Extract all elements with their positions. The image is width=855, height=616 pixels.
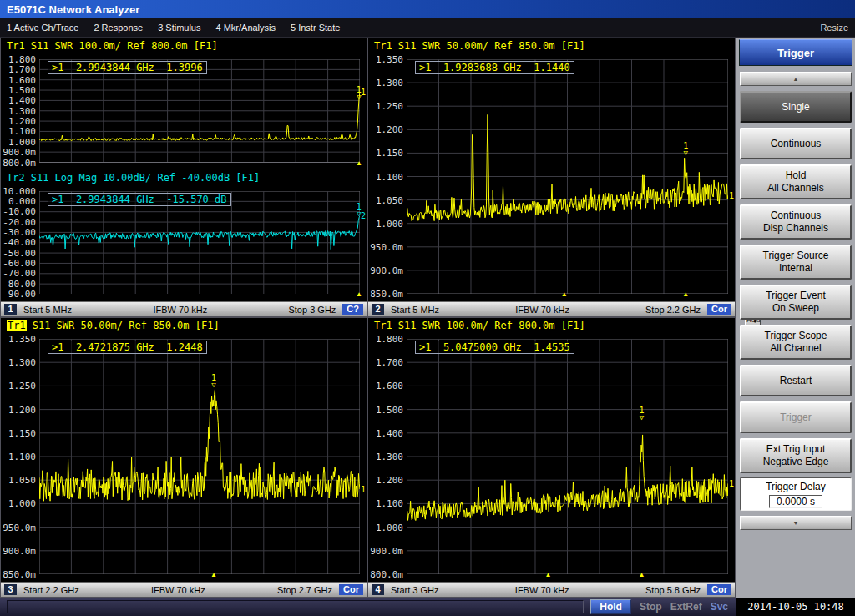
- marker-readout: >1 2.9943844 GHz -15.570 dB: [48, 193, 231, 206]
- trace-name[interactable]: Tr1: [374, 320, 392, 331]
- service-indicator: Svc: [711, 601, 728, 613]
- marker-readout: >1 1.9283688 GHz 1.1440: [415, 61, 574, 74]
- channel-status-bar: 1 Start 5 MHz IFBW 70 kHz Stop 3 GHz C?: [1, 301, 367, 316]
- y-axis-label: 900.0m: [3, 147, 36, 158]
- start-frequency: Start 5 MHz: [391, 305, 439, 315]
- softkey-trigger: Trigger: [740, 401, 852, 433]
- trace-block: Tr2S11 Log Mag 10.00dB/ Ref -40.00dB [F1…: [1, 170, 367, 302]
- marker-axis-indicator: ▲: [561, 291, 568, 298]
- softkey-scroll-up-button[interactable]: ▲: [740, 72, 852, 86]
- trace-plot[interactable]: >1 2.9943844 GHz -15.570 dB 1▽2▲: [39, 191, 360, 295]
- y-axis-label: 1.000: [8, 498, 36, 509]
- stop-frequency: Stop 2.7 GHz: [277, 585, 332, 595]
- y-axis-labels: 1.8001.7001.6001.5001.4001.3001.2001.100…: [368, 339, 407, 574]
- menu-instr-state[interactable]: 5 Instr State: [291, 23, 340, 33]
- softkey-label: Continuous: [771, 138, 822, 150]
- down-arrow-icon: ▼: [793, 520, 799, 526]
- y-axis-label: 1.800: [376, 334, 403, 345]
- y-axis-label: -80.00: [3, 278, 36, 289]
- ifbw-readout: IFBW 70 kHz: [78, 305, 281, 315]
- trace-number-endpoint: 1: [361, 88, 366, 97]
- marker-readout: >1 2.9943844 GHz 1.3996: [48, 61, 207, 74]
- y-axis-label: 1.300: [376, 78, 403, 88]
- marker-axis-indicator: ▲: [356, 291, 362, 298]
- trace-plot[interactable]: >1 2.4721875 GHz 1.2448 1▽1▲: [39, 339, 360, 574]
- softkey-continuous-disp-channels[interactable]: ContinuousDisp Channels: [740, 204, 852, 240]
- marker-axis-indicator: ▲: [638, 572, 645, 578]
- channel-status-bar: 3 Start 2.2 GHz IFBW 70 kHz Stop 2.7 GHz…: [1, 582, 367, 597]
- softkey-trigger-source-internal[interactable]: Trigger SourceInternal: [740, 245, 852, 280]
- y-axis-label: 1.100: [376, 498, 403, 509]
- trace-header: Tr1S11 SWR 50.00m/ Ref 850.0m [F1]: [368, 40, 735, 53]
- y-axis-label: -90.00: [3, 289, 36, 300]
- y-axis-label: 1.500: [376, 404, 403, 415]
- y-axis-label: 800.0m: [370, 569, 403, 580]
- sweep-stop-indicator: Stop: [640, 601, 662, 613]
- y-axis-label: 1.300: [376, 452, 403, 462]
- softkey-value: Internal: [779, 262, 812, 275]
- softkey-menu-title: Trigger: [739, 39, 852, 66]
- softkey-label: Restart: [780, 375, 812, 387]
- menu-response[interactable]: 2 Response: [94, 23, 143, 33]
- y-axis-label: 1.000: [8, 136, 36, 147]
- trace-block: Tr1S11 SWR 100.0m/ Ref 800.0m [F1] 1.800…: [368, 318, 735, 582]
- channel-status-bar: 4 Start 3 GHz IFBW 70 kHz Stop 5.8 GHz C…: [368, 582, 735, 597]
- plot-row: 1.3501.3001.2501.2001.1501.1001.0501.000…: [1, 339, 360, 574]
- y-axis-label: 1.600: [376, 381, 403, 391]
- trace-header: Tr1S11 SWR 50.00m/ Ref 850.0m [F1]: [1, 320, 367, 333]
- menu-resize[interactable]: Resize: [820, 23, 848, 33]
- trace-plot[interactable]: >1 5.0475000 GHz 1.4535 1▽1▲▲: [407, 339, 728, 574]
- cal-status-badge: C?: [342, 304, 363, 315]
- softkey-menu: Trigger ▲ ●HoldSingleContinuousHoldAll C…: [736, 38, 855, 598]
- menu-stimulus[interactable]: 3 Stimulus: [158, 23, 200, 33]
- trace-name[interactable]: Tr1: [374, 40, 392, 52]
- trace-name[interactable]: Tr1: [7, 40, 25, 52]
- softkey-label: Trigger Event: [766, 290, 826, 302]
- y-axis-label: 800.0m: [3, 157, 36, 168]
- softkey-value: All Channel: [770, 342, 821, 355]
- trace-plot[interactable]: >1 1.9283688 GHz 1.1440 1▽1▲▲: [407, 59, 728, 294]
- menu-mkr-analysis[interactable]: 4 Mkr/Analysis: [215, 23, 276, 33]
- channels-grid: Tr1S11 SWR 100.0m/ Ref 800.0m [F1] 1.800…: [0, 38, 736, 598]
- softkey-single[interactable]: Single: [740, 91, 852, 123]
- softkey-hold-all-channels[interactable]: HoldAll Channels: [740, 164, 852, 199]
- softkey-restart[interactable]: Restart: [740, 365, 852, 396]
- title-bar: E5071C Network Analyzer: [0, 0, 855, 18]
- marker-axis-indicator: ▲: [210, 572, 217, 578]
- channel-2-panel: Tr1S11 SWR 50.00m/ Ref 850.0m [F1] 1.350…: [367, 38, 736, 317]
- softkey-continuous[interactable]: Continuous: [740, 128, 852, 159]
- ifbw-readout: IFBW 70 kHz: [445, 585, 639, 595]
- channel-3-panel: Tr1S11 SWR 50.00m/ Ref 850.0m [F1] 1.350…: [0, 317, 367, 598]
- trace-name[interactable]: Tr2: [7, 172, 25, 184]
- y-axis-label: 1.250: [376, 101, 403, 112]
- softkey-label: Ext Trig Input: [766, 443, 826, 456]
- marker-readout: >1 2.4721875 GHz 1.2448: [48, 341, 207, 354]
- plot-row: 1.8001.7001.6001.5001.4001.3001.2001.100…: [1, 59, 360, 163]
- softkey-trigger-event-on-sweep[interactable]: Trigger EventOn Sweep: [740, 285, 852, 320]
- y-axis-label: 900.0m: [370, 545, 403, 556]
- softkey-scroll-down-button[interactable]: ▼: [740, 516, 852, 530]
- softkey-ext-trig-input-negative-edge[interactable]: Ext Trig InputNegative Edge: [740, 438, 852, 473]
- trace-settings: S11 SWR 100.0m/ Ref 800.0m [F1]: [31, 40, 218, 52]
- softkey-trigger-scope-all-channel[interactable]: Trigger ScopeAll Channel: [740, 325, 852, 360]
- trace-settings: S11 Log Mag 10.00dB/ Ref -40.00dB [F1]: [31, 172, 261, 184]
- y-axis-label: 1.050: [376, 194, 403, 205]
- softkey-value: All Channels: [767, 182, 823, 194]
- y-axis-label: 1.700: [376, 357, 403, 368]
- y-axis-label: 1.300: [8, 357, 36, 368]
- y-axis-label: -50.00: [3, 247, 36, 258]
- trace-plot[interactable]: >1 2.9943844 GHz 1.3996 1▽1▲: [39, 59, 360, 163]
- softkey-trigger-delay-0-0000-s[interactable]: Trigger Delay0.0000 s: [740, 477, 852, 511]
- menu-active-ch-trace[interactable]: 1 Active Ch/Trace: [7, 23, 78, 33]
- trace-number-endpoint: 2: [361, 211, 366, 220]
- instrument-status-bar: Hold Stop ExtRef Svc 2014-10-05 10:48: [0, 598, 855, 616]
- channel-number: 4: [372, 584, 384, 595]
- trace-name-active[interactable]: Tr1: [7, 320, 27, 331]
- start-frequency: Start 3 GHz: [391, 585, 438, 595]
- softkey-label: Trigger Scope: [765, 330, 827, 342]
- y-axis-label: 1.000: [376, 218, 403, 229]
- y-axis-label: 1.700: [8, 64, 36, 75]
- channel-1-panel: Tr1S11 SWR 100.0m/ Ref 800.0m [F1] 1.800…: [0, 38, 367, 317]
- softkey-label: Trigger Source: [763, 250, 829, 262]
- stop-frequency: Stop 3 GHz: [288, 305, 336, 315]
